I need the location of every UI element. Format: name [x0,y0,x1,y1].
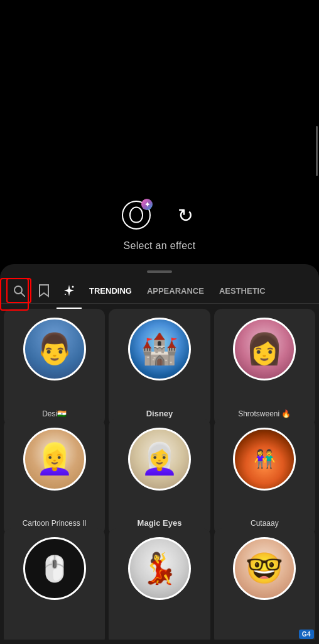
effect-name-desi: Desi🇮🇳 [42,409,67,418]
effect-thumb-glasses: 🤓 [233,537,296,600]
bookmark-tab[interactable] [31,278,57,303]
effect-card-cartoon-princess[interactable]: 👱‍♀️ Cartoon Princess II [4,419,105,536]
effect-card-dance[interactable]: 💃 [109,528,210,640]
effect-card-desi[interactable]: 👨 Desi🇮🇳 [4,309,105,426]
effect-card-mouse[interactable]: 🖱️ [4,528,105,640]
effects-panel: TRENDING APPEARANCE AESTHETIC 👨 Desi🇮🇳 🏰… [0,264,319,644]
scrollbar[interactable] [316,126,318,176]
search-highlight-box [0,278,29,311]
effects-grid: 👨 Desi🇮🇳 🏰 Disney 👩 Shrotsweeni 🔥 👱‍♀️ C… [0,304,319,640]
effect-card-disney[interactable]: 🏰 Disney [109,309,210,426]
effect-thumb-mouse: 🖱️ [23,537,86,600]
effect-thumb-shrotsweeni: 👩 [233,318,296,380]
effect-thumb-desi: 👨 [23,318,86,380]
effect-name-cutaaay: Cutaaay [251,519,279,528]
rotate-icon: ↺ [178,204,193,226]
ar-effect-button[interactable]: ✦ [120,199,153,231]
effect-card-shrotsweeni[interactable]: 👩 Shrotsweeni 🔥 [214,309,315,426]
tab-bar: TRENDING APPEARANCE AESTHETIC [0,273,319,304]
camera-controls: ✦ ↺ [120,199,199,231]
trending-tab[interactable]: TRENDING [82,281,139,301]
effect-thumb-dance: 💃 [128,537,191,600]
camera-area: ✦ ↺ Select an effect [0,0,319,264]
effect-name-magic-eyes: Magic Eyes [138,518,182,528]
appearance-tab[interactable]: APPEARANCE [139,281,212,301]
effect-card-magic-eyes[interactable]: 👩‍🦳 Magic Eyes [109,419,210,536]
watermark-badge: G4 [299,630,314,639]
aesthetic-tab[interactable]: AESTHETIC [212,281,273,301]
effect-card-cutaaay[interactable]: 👫 Cutaaay [214,419,315,536]
select-effect-label: Select an effect [124,240,196,252]
bookmark-icon [38,284,50,297]
flip-camera-button[interactable]: ↺ [171,201,199,229]
svg-point-3 [65,294,66,295]
sparkle-tab[interactable] [57,278,82,303]
effect-card-glasses[interactable]: 🤓 [214,528,315,640]
effect-thumb-cutaaay: 👫 [233,428,296,491]
effect-name-cartoon-princess: Cartoon Princess II [23,519,87,528]
svg-point-2 [72,286,74,288]
effect-thumb-cartoon: 👱‍♀️ [23,428,86,491]
effect-name-disney: Disney [146,409,173,418]
effect-thumb-disney: 🏰 [128,318,191,380]
sparkle-icon [62,284,76,297]
effect-thumb-magic: 👩‍🦳 [128,428,191,491]
ar-sparkle-badge: ✦ [141,199,153,210]
effect-name-shrotsweeni: Shrotsweeni 🔥 [238,409,291,418]
face-outline-icon [129,206,143,223]
